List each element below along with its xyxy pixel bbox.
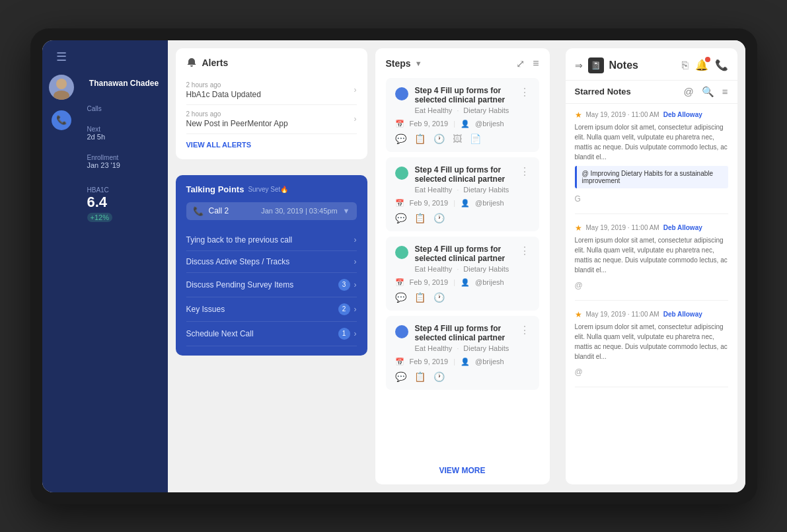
step-actions-4: 💬 📋 🕐 [395,371,530,382]
alert-text-1: HbA1c Data Updated [186,90,261,99]
next-label: Next [87,126,161,133]
note-highlight-text-1: @ Improving Dietary Habits for a sustain… [582,170,723,184]
survey-badge: Survey Set🔥 [248,186,288,193]
tp-badge-4: 2 [338,303,350,315]
chat-icon-1[interactable]: 💬 [395,133,406,144]
step-indicator-3 [395,246,408,259]
note-meta-1: ★ May 19, 2019 · 11:00 AM Deb Alloway [575,110,728,120]
clock-icon-2[interactable]: 🕐 [433,213,445,223]
chevron-right-icon-2[interactable]: › [354,114,357,124]
step-subtitle-4: Eat Healthy · Dietary Habits [415,344,519,352]
patient-name: Thanawan Chadee [87,79,161,88]
image-icon-1[interactable]: 🖼 [453,133,462,144]
main-sidebar: Thanawan Chadee Calls Next 2d 5h Enrollm… [81,40,168,492]
bell-icon [186,57,197,68]
task-icon-3[interactable]: 📋 [414,292,426,303]
step-card-2: Step 4 Fill up forms for selected clinic… [386,157,539,231]
notes-body: ★ May 19, 2019 · 11:00 AM Deb Alloway Lo… [566,104,737,484]
note-action-3[interactable]: @ [575,367,583,377]
note-card-1: ★ May 19, 2019 · 11:00 AM Deb Alloway Lo… [575,110,728,214]
expand-icon[interactable]: ⤢ [516,57,525,70]
note-action-1[interactable]: G [575,194,581,204]
step-meta-3: 📅 Feb 9, 2019 | 👤 @brijesh [395,278,530,287]
clock-icon-4[interactable]: 🕐 [433,371,445,382]
notes-header-left: ⇒ 📓 Notes [575,57,638,73]
tp-item-5[interactable]: Schedule Next Call 1 › [186,322,357,346]
step-title-2: Step 4 Fill up forms for selected clinic… [415,165,519,184]
call-selector[interactable]: 📞 Call 2 Jan 30, 2019 | 03:45pm ▼ [186,202,357,220]
step-card-4-header: Step 4 Fill up forms for selected clinic… [395,324,530,352]
dropdown-icon: ▼ [343,207,350,215]
note-meta-2: ★ May 19, 2019 · 11:00 AM Deb Alloway [575,223,728,233]
more-icon-4[interactable]: ⋮ [519,324,530,336]
at-icon[interactable]: @ [684,86,694,98]
step-subtitle-1: Eat Healthy · Dietary Habits [415,106,519,114]
tp-chevron-1: › [354,235,357,245]
steps-content: Step 4 Fill up forms for selected clinic… [386,78,539,459]
tp-item-text-2: Discuss Active Steps / Tracks [186,257,290,266]
tp-item-1[interactable]: Tying back to the previous call › [186,229,357,251]
task-icon-4[interactable]: 📋 [414,371,426,382]
calendar-icon-4: 📅 [395,358,404,366]
step-date-4: Feb 9, 2019 [410,358,449,365]
avatar[interactable] [49,75,74,100]
notes-book-icon: 📓 [588,57,604,73]
note-text-3: Lorem ipsum dolor sit amet, consectetur … [575,322,728,361]
notes-header: ⇒ 📓 Notes ⎘ 🔔 📞 [566,48,737,81]
note-action-2[interactable]: @ [575,281,583,290]
tp-item-2[interactable]: Discuss Active Steps / Tracks › [186,251,357,273]
task-icon-1[interactable]: 📋 [414,133,426,144]
view-more-link[interactable]: VIEW MORE [386,466,539,475]
phone-icon[interactable]: 📞 [52,110,71,130]
chat-icon-3[interactable]: 💬 [395,292,406,303]
step-card-3-header: Step 4 Fill up forms for selected clinic… [395,245,530,273]
user-icon-2: 👤 [461,199,470,208]
step-user-4: @brijesh [475,358,504,365]
step-user-2: @brijesh [475,199,504,207]
step-indicator-2 [395,167,408,180]
phone-notes-icon[interactable]: 📞 [715,59,728,71]
tp-item-text-3: Discuss Pending Survey Items [186,280,294,289]
calendar-icon-2: 📅 [395,199,404,208]
device-frame: ☰ 📞 Thanawan Chadee Calls Next 2d 5h Enr… [30,28,757,504]
step-indicator-1 [395,87,408,100]
steps-title-btn[interactable]: Steps ▼ [386,58,422,69]
alert-time-2: 2 hours ago [186,110,288,118]
clock-icon-3[interactable]: 🕐 [433,292,445,303]
hba1c-value: 6.4 [87,194,161,211]
note-date-1: May 19, 2019 · 11:00 AM [586,111,659,118]
step-title-4: Step 4 Fill up forms for selected clinic… [415,324,519,342]
notes-panel: ⇒ 📓 Notes ⎘ 🔔 📞 Starre [566,48,737,484]
chevron-right-icon-1[interactable]: › [354,85,357,95]
phone-small-icon: 📞 [193,206,204,216]
more-icon-3[interactable]: ⋮ [519,245,530,257]
filter-icon[interactable]: ≡ [533,57,539,70]
clock-icon-1[interactable]: 🕐 [433,133,445,144]
note-author-1: Deb Alloway [663,111,702,118]
task-icon-2[interactable]: 📋 [414,213,426,223]
step-meta-4: 📅 Feb 9, 2019 | 👤 @brijesh [395,358,530,366]
view-all-alerts-link[interactable]: VIEW ALL ALERTS [186,141,252,149]
step-title-1: Step 4 Fill up forms for selected clinic… [415,86,519,104]
menu-icon[interactable]: ☰ [56,50,67,64]
search-notes-icon[interactable]: 🔍 [702,86,714,98]
tp-item-3[interactable]: Discuss Pending Survey Items 3 › [186,273,357,297]
note-meta-3: ★ May 19, 2019 · 11:00 AM Deb Alloway [575,310,728,319]
step-indicator-4 [395,325,408,338]
chat-icon-4[interactable]: 💬 [395,371,406,382]
step-date-2: Feb 9, 2019 [410,199,449,207]
filter-notes-icon[interactable]: ≡ [722,86,728,98]
tp-badge-3: 3 [338,279,350,291]
more-icon-2[interactable]: ⋮ [519,165,530,178]
call-label: Call 2 [209,206,256,215]
alert-item: 2 hours ago HbA1c Data Updated › [186,76,357,105]
more-icon-1[interactable]: ⋮ [519,86,530,98]
chat-icon-2[interactable]: 💬 [395,213,406,223]
bell-notification-icon[interactable]: 🔔 [695,59,708,71]
main-content: Alerts 2 hours ago HbA1c Data Updated › … [168,40,745,492]
user-icon-1: 👤 [461,120,470,128]
copy-icon[interactable]: ⎘ [682,59,689,71]
doc-icon-1[interactable]: 📄 [470,133,481,144]
alerts-title: Alerts [202,57,229,68]
tp-item-4[interactable]: Key Issues 2 › [186,297,357,322]
